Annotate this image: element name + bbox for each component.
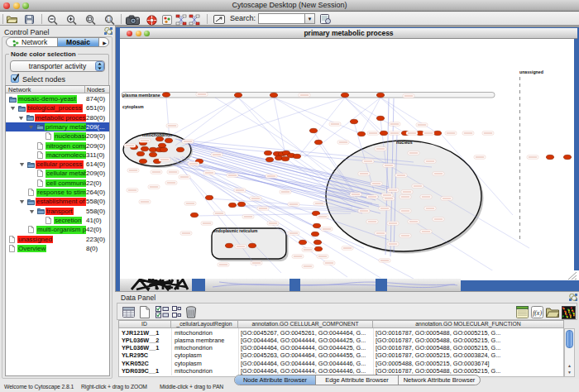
svg-text:1:1: 1:1: [106, 17, 112, 22]
svg-text:endoplasmic reticulum: endoplasmic reticulum: [213, 229, 258, 233]
svg-text:f(x): f(x): [533, 309, 542, 317]
svg-text:unassigned: unassigned: [519, 69, 543, 74]
svg-text:mitochondrion: mitochondrion: [142, 132, 172, 137]
svg-text:plasma membrane: plasma membrane: [122, 93, 160, 98]
svg-text:nucleus: nucleus: [396, 140, 413, 145]
svg-text:cytoplasm: cytoplasm: [122, 104, 144, 109]
